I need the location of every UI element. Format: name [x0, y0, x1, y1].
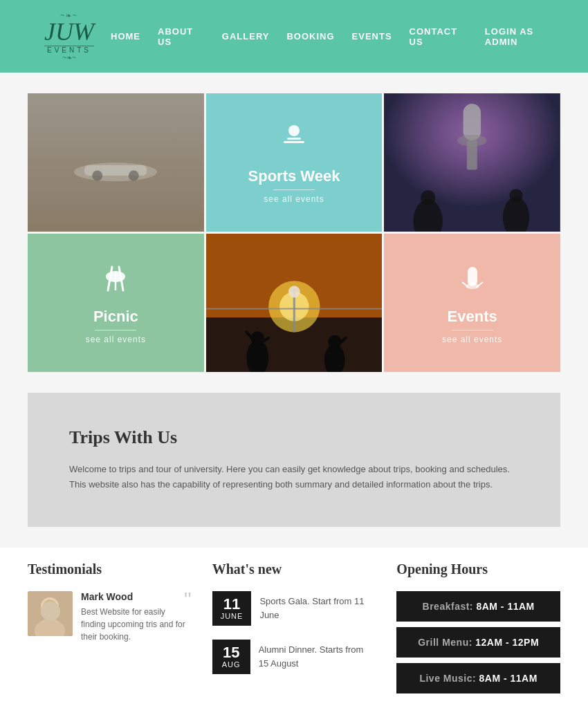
events-title: Events [448, 308, 497, 326]
hero-cell-concert[interactable] [384, 93, 560, 232]
news-month-2: AUG [221, 660, 242, 669]
svg-point-13 [421, 190, 435, 205]
music-label: Live Music: [419, 673, 479, 684]
logo: ~❧~ JUW EVENTS ~❧~ [28, 12, 111, 62]
testimonials-column: Testimonials " Mark Wood Best Website fo… [28, 561, 192, 699]
hours-music: Live Music: 8AM - 11AM [396, 663, 560, 693]
main-nav: HOME ABOUT US GALLERY BOOKING EVENTS CON… [111, 26, 560, 47]
nav-gallery[interactable]: GALLERY [222, 31, 270, 41]
grill-time: 12AM - 12PM [475, 637, 539, 648]
opening-hours-title: Opening Hours [396, 561, 560, 577]
quote-icon: " [184, 591, 192, 608]
events-icon [455, 261, 490, 302]
breakfast-label: Breakfast: [423, 601, 477, 612]
grill-label: Grill Menu: [418, 637, 475, 648]
logo-decorative-bottom: ~❧~ [62, 54, 76, 62]
picnic-title: Picnic [93, 308, 138, 326]
svg-point-4 [288, 125, 300, 136]
whats-new-title: What's new [212, 561, 376, 577]
picnic-link[interactable]: see all events [86, 335, 146, 344]
hero-cell-events[interactable]: Events see all events [384, 234, 560, 372]
news-day-1: 11 [221, 597, 244, 612]
testimonial-item: " Mark Wood Best Website for easily find… [28, 591, 192, 643]
svg-point-10 [457, 135, 486, 147]
news-day-2: 15 [221, 645, 242, 660]
hours-breakfast: Breakfast: 8AM - 11AM [396, 591, 560, 622]
svg-point-42 [43, 599, 57, 613]
nav-booking[interactable]: BOOKING [286, 31, 334, 41]
svg-point-33 [288, 286, 300, 298]
picnic-divider [95, 330, 136, 330]
nav-about[interactable]: ABOUT US [158, 26, 205, 47]
nav-login[interactable]: LOGIN AS ADMIN [485, 26, 560, 47]
hours-grill: Grill Menu: 12AM - 12PM [396, 627, 560, 658]
lower-section: Testimonials " Mark Wood Best Website fo… [0, 548, 588, 708]
trips-section: Trips With Us Welcome to trips and tour … [28, 393, 560, 527]
news-item-1: 11 June Sports Gala. Start from 11 June [212, 591, 376, 626]
breakfast-time: 8AM - 11AM [476, 601, 534, 612]
svg-point-2 [93, 171, 103, 181]
opening-hours-column: Opening Hours Breakfast: 8AM - 11AM Gril… [396, 561, 560, 699]
svg-rect-5 [287, 138, 301, 140]
hero-cell-car[interactable] [28, 93, 204, 232]
news-text-2: Alumni Dinner. Starts from 15 August [259, 640, 376, 670]
news-month-1: June [221, 612, 244, 620]
nav-contact[interactable]: CONTACT US [410, 26, 468, 47]
avatar [28, 591, 73, 636]
testimonials-title: Testimonials [28, 561, 192, 577]
trips-text: Welcome to trips and tour of university.… [69, 462, 519, 492]
testimonial-name: Mark Wood [81, 591, 192, 602]
testimonial-quote: Best Website for easily finding upcoming… [81, 606, 192, 643]
news-item-2: 15 AUG Alumni Dinner. Starts from 15 Aug… [212, 640, 376, 674]
picnic-icon [98, 261, 133, 302]
svg-point-3 [129, 171, 139, 181]
sports-week-link[interactable]: see all events [264, 194, 324, 204]
logo-text: JUW [44, 19, 94, 46]
events-divider [452, 330, 493, 330]
sports-week-icon [277, 121, 311, 162]
svg-point-14 [510, 189, 523, 202]
whats-new-column: What's new 11 June Sports Gala. Start fr… [212, 561, 376, 699]
nav-home[interactable]: HOME [111, 31, 140, 41]
news-date-1: 11 June [212, 591, 252, 626]
hero-cell-picnic[interactable]: Picnic see all events [28, 234, 204, 372]
events-link[interactable]: see all events [442, 335, 502, 344]
trips-title: Trips With Us [69, 427, 519, 448]
logo-subtitle: EVENTS [47, 46, 91, 54]
sports-week-divider [273, 189, 315, 190]
news-date-2: 15 AUG [212, 640, 250, 674]
svg-point-38 [466, 283, 479, 289]
hero-grid: Sports Week see all events [28, 93, 560, 372]
hero-cell-volleyball[interactable] [206, 234, 383, 372]
music-time: 8AM - 11AM [479, 673, 538, 684]
site-header: ~❧~ JUW EVENTS ~❧~ HOME ABOUT US GALLERY… [0, 0, 588, 73]
svg-rect-6 [284, 141, 304, 143]
nav-events[interactable]: EVENTS [352, 31, 392, 41]
hero-cell-sports-week[interactable]: Sports Week see all events [206, 93, 383, 232]
sports-week-title: Sports Week [248, 167, 340, 185]
news-text-1: Sports Gala. Start from 11 June [259, 591, 376, 622]
testimonial-content: " Mark Wood Best Website for easily find… [81, 591, 192, 643]
